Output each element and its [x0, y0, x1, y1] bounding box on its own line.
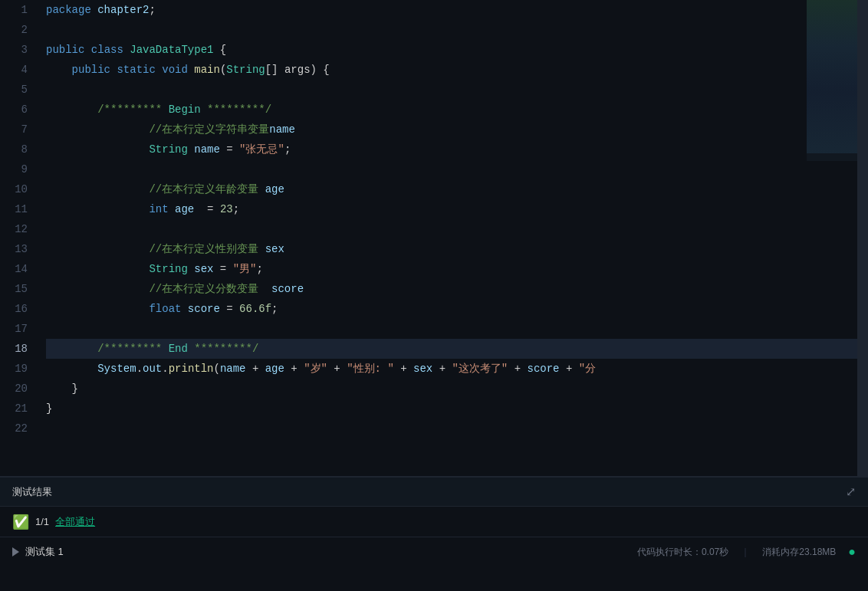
- panel-status: ✅ 1/1 全部通过: [0, 507, 868, 537]
- code-line-3: public class JavaDataType1 {: [46, 40, 857, 60]
- code-line-13: //在本行定义性别变量 sex: [46, 239, 857, 259]
- line-number-8: 8: [0, 140, 28, 159]
- code-line-15: //在本行定义分数变量 score: [46, 279, 857, 299]
- panel-meta: 代码执行时长：0.07秒 ｜ 消耗内存23.18MB ●: [637, 545, 856, 559]
- scrollbar[interactable]: [857, 0, 868, 476]
- line-number-5: 5: [0, 80, 28, 100]
- line-number-18: 18: [0, 339, 28, 359]
- editor-area: 12345678910111213141516171819202122 pack…: [0, 0, 868, 476]
- status-count: 1/1: [35, 516, 49, 527]
- line-number-12: 12: [0, 219, 28, 239]
- line-number-10: 10: [0, 179, 28, 199]
- line-numbers: 12345678910111213141516171819202122: [0, 0, 40, 476]
- panel-title: 测试结果: [12, 485, 52, 499]
- panel-header: 测试结果 ⤢: [0, 478, 868, 507]
- line-number-7: 7: [0, 120, 28, 140]
- code-line-19: System.out.println(name + age + "岁" + "性…: [46, 359, 857, 379]
- line-number-20: 20: [0, 379, 28, 399]
- line-number-1: 1: [0, 0, 28, 20]
- code-line-18: /********* End *********/: [46, 339, 857, 359]
- line-number-14: 14: [0, 259, 28, 279]
- code-line-2: [46, 20, 857, 40]
- line-number-17: 17: [0, 319, 28, 339]
- line-number-9: 9: [0, 159, 28, 179]
- status-pass-label: 全部通过: [55, 515, 95, 529]
- meta-memory: 消耗内存23.18MB: [762, 546, 836, 559]
- code-line-6: /********* Begin *********/: [46, 100, 857, 120]
- meta-time: 代码执行时长：0.07秒: [637, 546, 728, 559]
- meta-divider: ｜: [741, 546, 750, 559]
- line-number-21: 21: [0, 399, 28, 419]
- code-line-20: }: [46, 379, 857, 399]
- line-number-15: 15: [0, 279, 28, 299]
- code-line-1: package chapter2;: [46, 0, 857, 20]
- code-line-22: [46, 419, 857, 438]
- panel-row: 测试集 1 代码执行时长：0.07秒 ｜ 消耗内存23.18MB ●: [0, 537, 868, 566]
- code-line-10: //在本行定义年龄变量 age: [46, 179, 857, 199]
- code-line-17: [46, 319, 857, 339]
- code-line-12: [46, 219, 857, 239]
- expand-icon[interactable]: ⤢: [846, 484, 856, 500]
- test-suite[interactable]: 测试集 1: [12, 545, 64, 559]
- code-line-7: //在本行定义字符串变量name: [46, 120, 857, 140]
- line-number-16: 16: [0, 299, 28, 319]
- code-content[interactable]: package chapter2; public class JavaDataT…: [40, 0, 857, 476]
- code-line-21: }: [46, 399, 857, 419]
- code-line-4: public static void main(String[] args) {: [46, 60, 857, 80]
- status-green-dot: ●: [848, 545, 856, 559]
- code-line-16: float score = 66.6f;: [46, 299, 857, 319]
- line-number-6: 6: [0, 100, 28, 120]
- line-number-3: 3: [0, 40, 28, 60]
- line-number-4: 4: [0, 60, 28, 80]
- status-check-icon: ✅: [12, 514, 29, 530]
- test-suite-label: 测试集 1: [25, 545, 64, 559]
- code-line-14: String sex = "男";: [46, 259, 857, 279]
- line-number-22: 22: [0, 419, 28, 438]
- line-number-19: 19: [0, 359, 28, 379]
- code-line-11: int age = 23;: [46, 199, 857, 219]
- line-number-2: 2: [0, 20, 28, 40]
- line-number-11: 11: [0, 199, 28, 219]
- bottom-panel: 测试结果 ⤢ ✅ 1/1 全部通过 测试集 1 代码执行时长：0.07秒 ｜ 消…: [0, 476, 868, 591]
- code-line-9: [46, 159, 857, 179]
- code-line-5: [46, 80, 857, 100]
- line-number-13: 13: [0, 239, 28, 259]
- code-line-8: String name = "张无忌";: [46, 140, 857, 159]
- expand-triangle-icon[interactable]: [12, 547, 19, 557]
